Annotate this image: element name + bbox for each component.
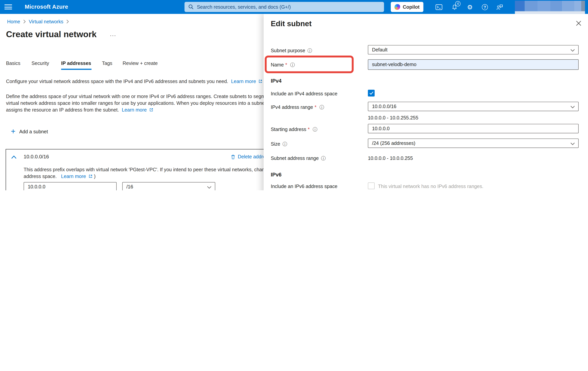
overlap-warning-line2: address space. Learn more ) <box>24 173 96 179</box>
search-icon <box>188 4 194 10</box>
ipv4-range-label: IPv4 address range*ⓘ <box>271 104 324 111</box>
starting-address-label: Starting address*ⓘ <box>271 127 317 133</box>
required-asterisk: * <box>308 127 310 132</box>
starting-ip-input[interactable]: 10.0.0.0 <box>24 182 117 190</box>
azure-portal: Microsoft Azure Search resources, servic… <box>0 0 588 190</box>
account-area-strip <box>515 11 585 14</box>
chevron-right-icon <box>66 20 69 23</box>
copilot-button[interactable]: Copilot <box>391 2 423 12</box>
chevron-down-icon <box>570 49 575 52</box>
menu-icon[interactable] <box>4 4 12 9</box>
subnet-address-range-value: 10.0.0.0 - 10.0.0.255 <box>368 155 413 161</box>
include-ipv6-checkbox <box>368 182 375 189</box>
azure-top-bar: Microsoft Azure Search resources, servic… <box>0 0 588 14</box>
check-icon <box>369 91 373 95</box>
include-ipv4-label: Include an IPv4 address space <box>271 91 337 97</box>
info-icon: ⓘ <box>290 62 295 68</box>
address-space-card: 10.0.0.0/16 Delete address space This ad… <box>6 149 268 190</box>
required-asterisk: * <box>315 104 316 110</box>
required-asterisk: * <box>285 62 287 68</box>
info-icon: ⓘ <box>307 48 312 53</box>
ipv6-disabled-note: This virtual network has no IPv6 address… <box>378 184 483 189</box>
tab-basics[interactable]: Basics <box>6 60 21 66</box>
subnet-name-input[interactable]: subnet-velodb-demo <box>368 59 578 70</box>
define-learn-more-link[interactable]: Learn more <box>122 107 147 112</box>
subnet-address-range-label: Subnet address rangeⓘ <box>271 155 326 162</box>
brand[interactable]: Microsoft Azure <box>25 3 68 10</box>
size-label: Sizeⓘ <box>271 141 287 148</box>
notification-count-badge: 4 <box>455 1 461 6</box>
breadcrumb-home[interactable]: Home <box>7 19 20 24</box>
tab-tags[interactable]: Tags <box>102 60 112 66</box>
external-link-icon <box>88 174 93 178</box>
include-ipv4-checkbox[interactable] <box>368 90 375 97</box>
chevron-down-icon <box>207 186 211 189</box>
external-link-icon <box>258 79 262 83</box>
ipv6-heading: IPv6 <box>271 172 282 178</box>
breadcrumb-virtual-networks[interactable]: Virtual networks <box>29 19 63 24</box>
chevron-down-icon <box>570 106 575 109</box>
breadcrumb: Home Virtual networks <box>7 19 69 24</box>
intro-learn-more-link[interactable]: Learn more <box>231 78 256 84</box>
active-tab-indicator <box>61 69 92 70</box>
collapse-chevron-icon[interactable] <box>11 155 16 159</box>
tab-security[interactable]: Security <box>32 60 49 66</box>
define-text-line2: virtual network address space into small… <box>6 100 281 106</box>
page-title: Create virtual network <box>6 29 97 40</box>
help-icon[interactable]: ? <box>481 3 489 11</box>
info-icon: ⓘ <box>313 127 317 132</box>
size-select[interactable]: /24 (256 addresses) <box>368 139 578 148</box>
address-prefix-title: 10.0.0.0/16 <box>24 154 49 160</box>
add-subnet-button[interactable]: + Add a subnet <box>11 128 48 135</box>
starting-address-input[interactable]: 10.0.0.0 <box>368 124 578 133</box>
tab-ip-addresses[interactable]: IP addresses <box>61 60 91 66</box>
info-icon: ⓘ <box>321 156 326 161</box>
external-link-icon <box>149 108 153 112</box>
include-ipv6-label: Include an IPv6 address space <box>271 184 337 189</box>
define-text-line3: assigns the resource an IP address from … <box>6 107 153 112</box>
ipv4-range-helper: 10.0.0.0 - 10.0.255.255 <box>368 115 418 120</box>
ipv4-heading: IPv4 <box>271 78 282 84</box>
cloud-shell-icon[interactable] <box>435 3 442 11</box>
subnet-name-label: Name*ⓘ <box>271 62 295 68</box>
page-overflow-menu[interactable]: ··· <box>110 32 116 38</box>
close-icon[interactable] <box>576 21 581 26</box>
panel-title: Edit subnet <box>271 20 312 28</box>
account-area-blurred[interactable] <box>515 1 585 11</box>
tab-review-create[interactable]: Review + create <box>123 60 158 66</box>
overlap-warning-line1: This address prefix overlaps with virtua… <box>24 167 268 172</box>
mask-select[interactable]: /16 <box>122 182 215 190</box>
delete-address-space-link[interactable]: Delete address space <box>231 154 268 160</box>
plus-icon: + <box>11 128 16 135</box>
chevron-right-icon <box>23 20 26 23</box>
search-placeholder: Search resources, services, and docs (G+… <box>197 4 291 10</box>
trash-icon <box>231 154 235 159</box>
subnet-purpose-label: Subnet purposeⓘ <box>271 48 312 54</box>
copilot-icon <box>394 4 400 10</box>
ipv4-range-select[interactable]: 10.0.0.0/16 <box>368 102 578 111</box>
settings-gear-icon[interactable]: ⚙ <box>466 3 474 11</box>
feedback-icon[interactable] <box>496 3 503 11</box>
chevron-down-icon <box>570 142 575 145</box>
warning-learn-more-link[interactable]: Learn more <box>61 173 86 179</box>
global-search-input[interactable]: Search resources, services, and docs (G+… <box>185 2 384 12</box>
subnet-purpose-select[interactable]: Default <box>368 45 578 55</box>
info-icon: ⓘ <box>283 142 287 147</box>
edit-subnet-panel: Edit subnet Subnet purposeⓘ Default Name… <box>264 14 588 190</box>
info-icon: ⓘ <box>319 105 324 110</box>
define-text-line1: Define the address space of your virtual… <box>6 93 280 99</box>
